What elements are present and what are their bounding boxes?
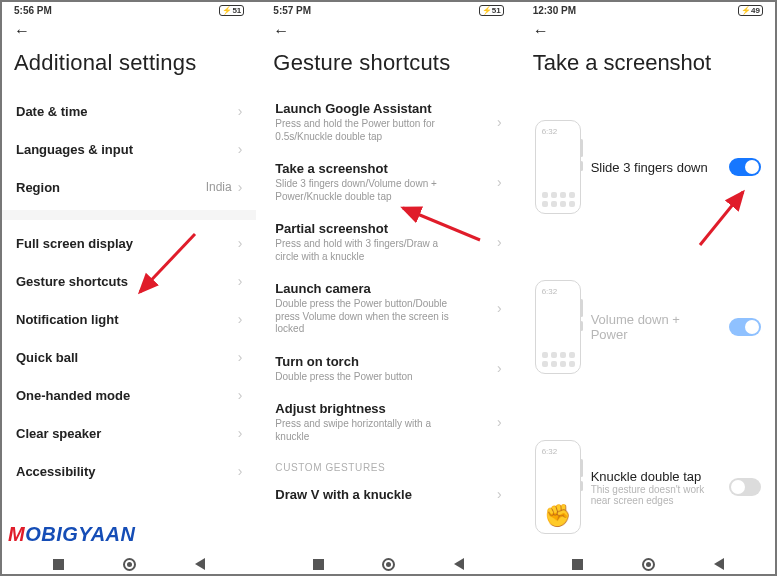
row-turn-on-torch[interactable]: Turn on torch Double press the Power but… <box>261 345 515 393</box>
row-label: Gesture shortcuts <box>16 274 128 289</box>
chevron-right-icon: › <box>238 312 243 326</box>
status-bar: 5:57 PM ⚡51 <box>259 0 517 18</box>
battery-icon: ⚡49 <box>738 5 763 16</box>
back-icon[interactable]: ← <box>533 23 549 39</box>
mock-time: 6:32 <box>542 287 558 296</box>
chevron-right-icon: › <box>497 487 502 501</box>
nav-home-icon[interactable] <box>642 558 655 571</box>
row-sublabel: Press and hold with 3 fingers/Draw a cir… <box>275 238 455 263</box>
header: ← <box>259 18 517 44</box>
chevron-right-icon: › <box>238 180 243 194</box>
toggle-sublabel: This gesture doesn't work near screen ed… <box>591 484 716 506</box>
row-quick-ball[interactable]: Quick ball › <box>2 338 256 376</box>
chevron-right-icon: › <box>497 235 502 249</box>
toggle-label: Knuckle double tap <box>591 469 719 484</box>
chevron-right-icon: › <box>497 175 502 189</box>
phone-mock-icon: 6:32 <box>535 280 581 374</box>
chevron-right-icon: › <box>238 350 243 364</box>
row-full-screen-display[interactable]: Full screen display › <box>2 224 256 262</box>
mock-time: 6:32 <box>542 447 558 456</box>
toggle-label: Volume down + Power <box>591 312 719 342</box>
battery-icon: ⚡51 <box>219 5 244 16</box>
status-time: 5:56 PM <box>14 5 52 16</box>
header: ← <box>519 18 777 44</box>
toggle-volume-down-power: 6:32 Volume down + Power <box>521 272 775 382</box>
row-launch-google-assistant[interactable]: Launch Google Assistant Press and hold t… <box>261 92 515 152</box>
row-one-handed-mode[interactable]: One-handed mode › <box>2 376 256 414</box>
row-clear-speaker[interactable]: Clear speaker › <box>2 414 256 452</box>
nav-home-icon[interactable] <box>123 558 136 571</box>
row-label: Take a screenshot <box>275 161 455 176</box>
chevron-right-icon: › <box>497 301 502 315</box>
row-notification-light[interactable]: Notification light › <box>2 300 256 338</box>
nav-recent-icon[interactable] <box>572 559 583 570</box>
nav-recent-icon[interactable] <box>53 559 64 570</box>
chevron-right-icon: › <box>238 104 243 118</box>
row-label: Launch camera <box>275 281 455 296</box>
mock-time: 6:32 <box>542 127 558 136</box>
row-sublabel: Press and hold the Power button for 0.5s… <box>275 118 455 143</box>
row-launch-camera[interactable]: Launch camera Double press the Power but… <box>261 272 515 345</box>
switch-volume-power[interactable] <box>729 318 761 336</box>
panel-take-a-screenshot: 12:30 PM ⚡49 ← Take a screenshot 6:32 Sl… <box>518 0 777 576</box>
row-draw-v-with-knuckle[interactable]: Draw V with a knuckle › <box>261 475 515 513</box>
row-languages-input[interactable]: Languages & input › <box>2 130 256 168</box>
status-time: 12:30 PM <box>533 5 576 16</box>
page-title: Gesture shortcuts <box>259 44 517 92</box>
chevron-right-icon: › <box>238 236 243 250</box>
row-take-a-screenshot[interactable]: Take a screenshot Slide 3 fingers down/V… <box>261 152 515 212</box>
nav-back-icon[interactable] <box>714 558 724 570</box>
battery-icon: ⚡51 <box>479 5 504 16</box>
toggle-label: Slide 3 fingers down <box>591 160 719 175</box>
row-accessibility[interactable]: Accessibility › <box>2 452 256 490</box>
nav-recent-icon[interactable] <box>313 559 324 570</box>
section-header-custom-gestures: CUSTOM GESTURES <box>261 452 515 475</box>
row-value: India <box>206 180 232 194</box>
back-icon[interactable]: ← <box>273 23 289 39</box>
header: ← <box>0 18 258 44</box>
row-partial-screenshot[interactable]: Partial screenshot Press and hold with 3… <box>261 212 515 272</box>
row-label: Draw V with a knuckle <box>275 487 412 502</box>
row-label: Adjust brightness <box>275 401 455 416</box>
switch-knuckle-double-tap[interactable] <box>729 478 761 496</box>
chevron-right-icon: › <box>238 388 243 402</box>
chevron-right-icon: › <box>497 415 502 429</box>
row-adjust-brightness[interactable]: Adjust brightness Press and swipe horizo… <box>261 392 515 452</box>
row-label: Partial screenshot <box>275 221 455 236</box>
row-date-time[interactable]: Date & time › <box>2 92 256 130</box>
row-label: One-handed mode <box>16 388 130 403</box>
row-region[interactable]: Region India › <box>2 168 256 206</box>
row-sublabel: Slide 3 fingers down/Volume down + Power… <box>275 178 455 203</box>
row-label: Date & time <box>16 104 88 119</box>
section-divider <box>2 210 256 220</box>
page-title: Additional settings <box>0 44 258 92</box>
status-bar: 5:56 PM ⚡51 <box>0 0 258 18</box>
chevron-right-icon: › <box>238 274 243 288</box>
back-icon[interactable]: ← <box>14 23 30 39</box>
android-navbar <box>259 552 517 576</box>
chevron-right-icon: › <box>497 361 502 375</box>
nav-back-icon[interactable] <box>195 558 205 570</box>
android-navbar <box>0 552 258 576</box>
chevron-right-icon: › <box>238 142 243 156</box>
chevron-right-icon: › <box>238 426 243 440</box>
toggle-knuckle-double-tap: 6:32 ✊ Knuckle double tap This gesture d… <box>521 432 775 542</box>
row-label: Launch Google Assistant <box>275 101 455 116</box>
nav-home-icon[interactable] <box>382 558 395 571</box>
panel-additional-settings: 5:56 PM ⚡51 ← Additional settings Date &… <box>0 0 258 576</box>
nav-back-icon[interactable] <box>454 558 464 570</box>
row-label: Notification light <box>16 312 119 327</box>
phone-mock-icon: 6:32 ✊ <box>535 440 581 534</box>
row-gesture-shortcuts[interactable]: Gesture shortcuts › <box>2 262 256 300</box>
row-label: Turn on torch <box>275 354 412 369</box>
row-label: Clear speaker <box>16 426 101 441</box>
settings-list: Date & time › Languages & input › Region… <box>0 92 258 552</box>
status-time: 5:57 PM <box>273 5 311 16</box>
android-navbar <box>519 552 777 576</box>
chevron-right-icon: › <box>497 115 502 129</box>
row-sublabel: Press and swipe horizontally with a knuc… <box>275 418 455 443</box>
row-label: Full screen display <box>16 236 133 251</box>
switch-slide-3-fingers[interactable] <box>729 158 761 176</box>
page-title: Take a screenshot <box>519 44 777 92</box>
gesture-list: Launch Google Assistant Press and hold t… <box>259 92 517 552</box>
